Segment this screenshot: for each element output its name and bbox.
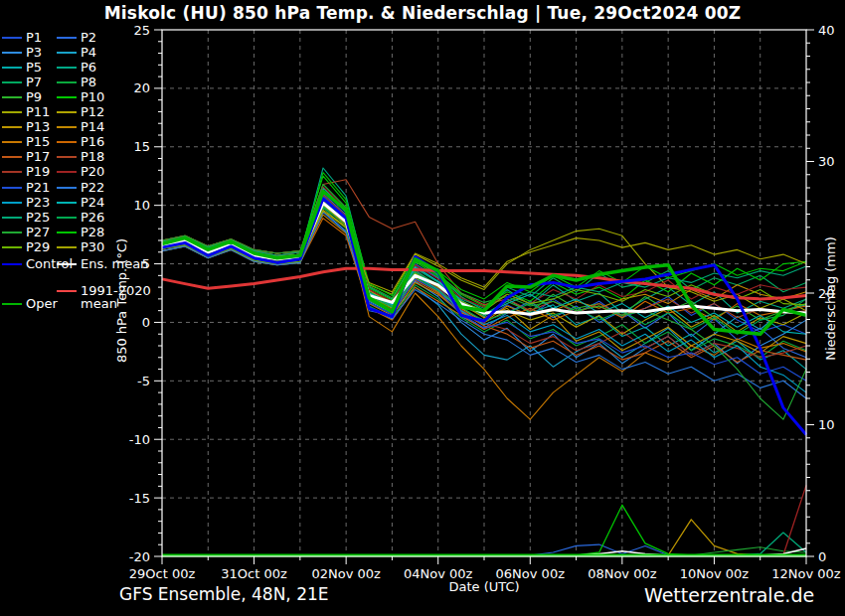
y-left-tick-label: 15	[133, 139, 150, 154]
ensemble-chart-page: Miskolc (HU) 850 hPa Temp. & Niederschla…	[0, 0, 845, 616]
footer-site-name: Wetterzentrale.de	[644, 584, 814, 606]
y-left-tick-label: 0	[142, 315, 150, 330]
y-right-tick-label: 30	[818, 154, 835, 169]
footer-model-info: GFS Ensemble, 48N, 21E	[119, 584, 329, 604]
y-axis-label-precipitation: Niederschlag (mm)	[823, 220, 838, 379]
y-left-tick-label: 20	[133, 80, 150, 95]
y-left-tick-label: -5	[137, 374, 150, 388]
y-left-tick-label: -20	[129, 549, 150, 564]
precip-line-P25-precip	[162, 533, 806, 555]
y-left-tick-label: 10	[133, 198, 150, 213]
y-left-tick-label: -15	[129, 491, 150, 506]
member-line-p27	[162, 185, 806, 420]
y-right-tick-label: 10	[818, 417, 835, 432]
y-right-tick-label: 40	[818, 23, 835, 38]
y-right-tick-label: 0	[818, 549, 826, 564]
y-left-tick-label: 5	[142, 256, 150, 271]
y-left-tick-label: 25	[133, 23, 150, 38]
y-axis-label-temperature: 850 hPa Temp. (°C)	[114, 222, 129, 381]
y-left-tick-label: -10	[129, 432, 150, 447]
precip-line-P20-precip	[162, 485, 806, 555]
